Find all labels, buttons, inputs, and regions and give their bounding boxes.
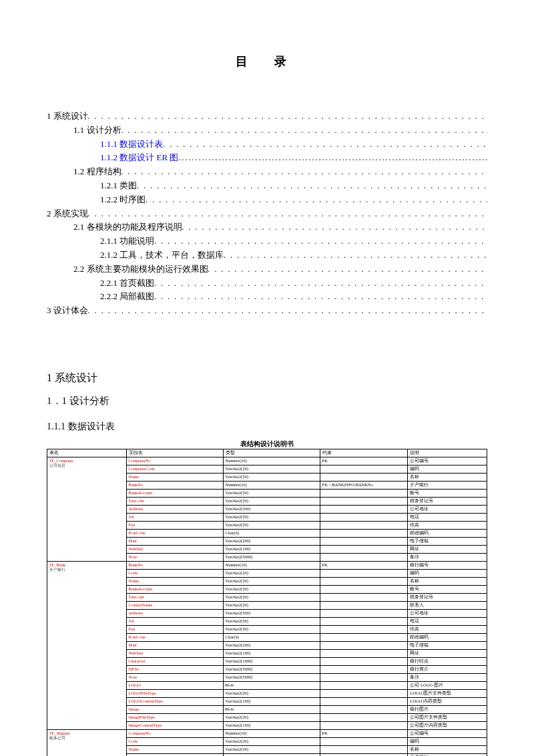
cell-type: Varchar2(50) xyxy=(223,473,320,481)
cell-type: Varchar2(20) xyxy=(223,737,320,745)
toc-row: 2.2.2 局部截图 . . . . . . . . . . . . . . .… xyxy=(47,290,487,304)
th-type: 类型 xyxy=(223,449,320,457)
toc-label: 2.2.1 首页截图 xyxy=(100,276,154,291)
cell-field: CompanyNo xyxy=(126,457,223,465)
toc-label: 2.1.1 功能说明 xyxy=(100,234,154,248)
cell-type: Varchar2(100) xyxy=(223,545,320,553)
cell-type: Varchar2(20) xyxy=(223,689,320,697)
cell-constraint xyxy=(320,497,408,505)
cell-desc: 开户银行 xyxy=(408,481,487,489)
cell-field: Address xyxy=(126,505,223,513)
heading-1: 1 系统设计 xyxy=(47,371,487,385)
cell-field: PostCode xyxy=(126,529,223,537)
cell-type: Varchar2(50) xyxy=(223,489,320,497)
cell-constraint: PK xyxy=(320,561,408,569)
table-row: JY_Bank开户银行BankNoNumber(10)PK银行编号 xyxy=(47,561,487,569)
cell-desc: 编码 xyxy=(408,465,487,473)
toc-row: 2.1.2 工具，技术，平台，数据库 . . . . . . . . . . .… xyxy=(47,248,487,262)
cell-constraint xyxy=(320,601,408,609)
toc-row: 3 设计体会 . . . . . . . . . . . . . . . . .… xyxy=(47,304,487,318)
cell-constraint xyxy=(320,465,408,473)
cell-constraint xyxy=(320,657,408,665)
cell-desc: 银行图片 xyxy=(408,705,487,713)
toc-leader-dots: . . . . . . . . . . . . . . . . . . . . … xyxy=(88,208,487,220)
cell-constraint xyxy=(320,641,408,649)
table-of-contents: 1 系统设计 . . . . . . . . . . . . . . . . .… xyxy=(47,110,487,318)
cell-type: Char(6) xyxy=(223,529,320,537)
toc-row[interactable]: 1.1.1 数据设计表 . . . . . . . . . . . . . . … xyxy=(47,138,487,152)
cell-type: Varchar2(50) xyxy=(223,601,320,609)
cell-constraint xyxy=(320,521,408,529)
cell-field: Name xyxy=(126,577,223,585)
toc-label: 1.1 设计分析 xyxy=(73,124,121,138)
cell-field: CompanyNo xyxy=(126,729,223,737)
cell-desc: 银行特点 xyxy=(408,657,487,665)
cell-desc: 公司 LOGO 图片 xyxy=(408,681,487,689)
cell-desc: 备注 xyxy=(408,673,487,681)
cell-field: WebSite xyxy=(126,649,223,657)
cell-constraint xyxy=(320,513,408,521)
toc-leader-dots: . . . . . . . . . . . . . . . . . . . . … xyxy=(154,291,487,303)
cell-desc: 电子信箱 xyxy=(408,641,487,649)
cell-desc: 公司图片内容类型 xyxy=(408,721,487,729)
toc-leader-dots: . . . . . . . . . . . . . . . . . . . . … xyxy=(224,249,487,262)
cell-field: LOGOContentType xyxy=(126,697,223,705)
cell-constraint xyxy=(320,689,408,697)
table-header-row: 表名 字段名 类型 约束 说明 xyxy=(47,449,487,457)
toc-leader-dots: . . . . . . . . . . . . . . . . . . . . … xyxy=(88,110,487,123)
cell-table-name: JY_Shipper船务公司 xyxy=(47,729,127,756)
toc-label: 3 设计体会 xyxy=(47,304,88,318)
toc-label[interactable]: 1.1.2 数据设计 ER 图 xyxy=(100,151,178,165)
cell-constraint xyxy=(320,505,408,513)
cell-type: Varchar2(5000) xyxy=(223,553,320,561)
cell-field: BankAccount xyxy=(126,585,223,593)
cell-desc: 编码 xyxy=(408,737,487,745)
cell-field: Note xyxy=(126,553,223,561)
toc-label: 2.2.2 局部截图 xyxy=(100,290,154,304)
toc-leader-dots: . . . . . . . . . . . . . . . . . . . . … xyxy=(154,277,487,290)
toc-label: 2.1.2 工具，技术，平台，数据库 xyxy=(100,248,224,262)
toc-label: 1.2.2 时序图 xyxy=(100,193,146,207)
cell-desc: 邮政编码 xyxy=(408,633,487,641)
cell-desc: LOGO 内容类型 xyxy=(408,697,487,705)
cell-field: TaxCode xyxy=(126,593,223,601)
cell-desc: 备注 xyxy=(408,553,487,561)
cell-type: Varchar2(100) xyxy=(223,721,320,729)
cell-field: ContactName xyxy=(126,601,223,609)
cell-field: LOGO xyxy=(126,681,223,689)
cell-constraint xyxy=(320,649,408,657)
cell-field: DESC xyxy=(126,665,223,673)
toc-row[interactable]: 1.1.2 数据设计 ER 图 ........................… xyxy=(47,151,487,165)
cell-desc: 联系人 xyxy=(408,601,487,609)
cell-desc: 网址 xyxy=(408,545,487,553)
table-row: JY_Company公司信息CompanyNoNumber(10)PK公司编号 xyxy=(47,457,487,465)
toc-leader-dots: . . . . . . . . . . . . . . . . . . . . … xyxy=(208,263,488,276)
cell-desc: 公司编号 xyxy=(408,457,487,465)
cell-type: Number(10) xyxy=(223,481,320,489)
toc-leader-dots: ........................................… xyxy=(178,152,487,164)
cell-type: Char(6) xyxy=(223,633,320,641)
cell-type: Varchar2(500) xyxy=(223,609,320,617)
cell-desc: 电子信箱 xyxy=(408,537,487,545)
toc-row: 2.1.1 功能说明 . . . . . . . . . . . . . . .… xyxy=(47,234,487,248)
cell-desc: 电话 xyxy=(408,513,487,521)
toc-row: 1.2.1 类图 . . . . . . . . . . . . . . . .… xyxy=(47,179,487,193)
cell-type: Varchar2(20) xyxy=(223,713,320,721)
cell-constraint: PK xyxy=(320,457,408,465)
cell-type: Number(10) xyxy=(223,753,320,756)
cell-type: Varchar2(100) xyxy=(223,697,320,705)
cell-constraint: FK→BANKINFO.BANKNo xyxy=(320,753,408,756)
cell-type: Varchar2(50) xyxy=(223,585,320,593)
cell-field: BankNo xyxy=(126,561,223,569)
cell-type: Varchar2(20) xyxy=(223,569,320,577)
cell-desc: 开户银行 xyxy=(408,753,487,756)
cell-field: BankNo xyxy=(126,481,223,489)
cell-field: Address xyxy=(126,609,223,617)
cell-type: Blob xyxy=(223,705,320,713)
th-constraint: 约束 xyxy=(320,449,408,457)
cell-field: Code xyxy=(126,569,223,577)
toc-label[interactable]: 1.1.1 数据设计表 xyxy=(100,138,163,152)
cell-desc: 税务登记号 xyxy=(408,497,487,505)
toc-row: 2.1 各模块的功能及程序说明 . . . . . . . . . . . . … xyxy=(47,220,487,234)
toc-row: 1.2.2 时序图 . . . . . . . . . . . . . . . … xyxy=(47,193,487,207)
